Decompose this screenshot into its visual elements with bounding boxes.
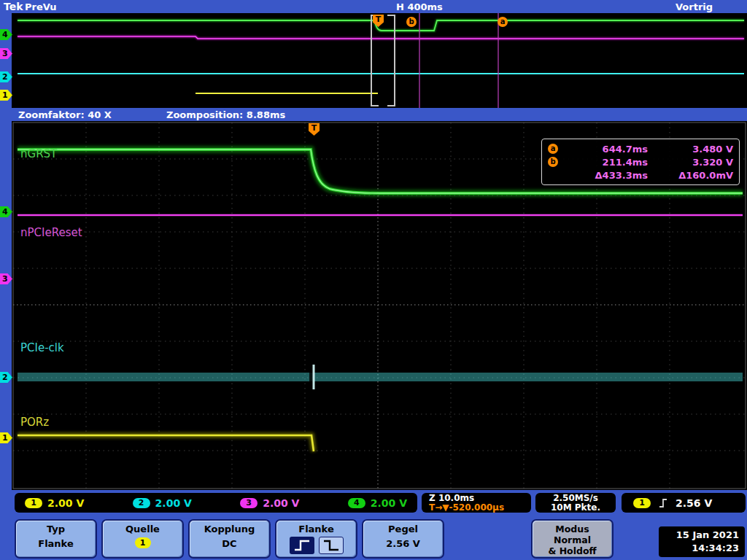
main-channel-3-marker[interactable]: 3 [0, 273, 12, 284]
menu-quelle-channel-badge: 1 [135, 537, 151, 548]
ch1-trace-glow [18, 435, 314, 451]
channel-3-scale: 2.00 V [263, 497, 299, 509]
channel-1-status[interactable]: 1 2.00 V [25, 497, 84, 509]
menu-flanke-title: Flanke [276, 524, 356, 534]
overview-channel-1-marker[interactable]: 1 [0, 90, 12, 101]
cursor-b-row: b 211.4ms 3.320 V [548, 155, 733, 168]
trace-label-pcie-clk: PCIe-clk [20, 341, 64, 354]
channel-4-scale: 2.00 V [371, 497, 407, 509]
channel-2-badge[interactable]: 2 [133, 498, 150, 508]
cursor-b-badge: b [548, 157, 558, 167]
horizontal-scale-readout[interactable]: H 400ms [396, 1, 443, 12]
rising-edge-option[interactable] [290, 537, 314, 554]
trigger-source-badge: 1 [633, 498, 651, 508]
cursor-delta-volts: Δ160.0mV [648, 170, 733, 181]
overview-channel-4-marker[interactable]: 4 [0, 29, 12, 40]
cursor-delta-time: Δ433.3ms [562, 170, 648, 181]
edge-slope-options [276, 537, 356, 554]
menu-button-quelle[interactable]: Quelle 1 [101, 519, 184, 559]
acquisition-status: PreVu [25, 1, 57, 12]
menu-kopplung-value: DC [190, 538, 269, 549]
overview-display [12, 13, 747, 108]
main-channel-4-marker[interactable]: 4 [0, 206, 12, 217]
cursor-b-volts: 3.320 V [648, 157, 733, 168]
channel-2-scale: 2.00 V [155, 497, 192, 509]
zoom-position-readout: Zoomposition: 8.88ms [166, 109, 285, 120]
falling-edge-option[interactable] [319, 537, 344, 554]
menu-button-kopplung[interactable]: Kopplung DC [188, 519, 271, 559]
header-bar: Tek PreVu H 400ms Vortrig [0, 0, 747, 13]
acquisition-box[interactable]: 2.50MS/s 10M Pkte. [535, 493, 616, 513]
record-length-readout: 10M Pkte. [535, 503, 616, 513]
trace-label-porz: PORz [20, 416, 49, 429]
cursor-b-time: 211.4ms [562, 157, 648, 168]
modus-line-3: & Holdoff [533, 545, 612, 556]
overview-cursor-b-badge[interactable]: b [406, 17, 417, 27]
trigger-status-readout: Vortrig [676, 1, 713, 12]
time-readout: 14:34:23 [659, 542, 739, 555]
cursor-delta-row: Δ433.3ms Δ160.0mV [548, 168, 733, 182]
rising-edge-icon [293, 538, 311, 553]
menu-kopplung-title: Kopplung [190, 524, 269, 534]
menu-typ-value: Flanke [16, 538, 96, 549]
cursor-a-row: a 644.7ms 3.480 V [548, 142, 733, 155]
tek-logo: Tek [4, 1, 23, 12]
channel-scale-bar: 1 2.00 V 2 2.00 V 3 2.00 V 4 2.00 V [15, 493, 417, 513]
menu-pegel-value: 2.56 V [363, 538, 443, 549]
overview-waveforms [12, 13, 747, 108]
trigger-position-readout: T→▼-520.000µs [429, 503, 531, 512]
zoom-info-bar: Zoomfaktor: 40 X Zoomposition: 8.88ms [0, 108, 747, 121]
trigger-level-readout: 2.56 V [676, 497, 712, 509]
oscilloscope-screen: Tek PreVu H 400ms Vortrig [0, 0, 747, 560]
channel-1-badge[interactable]: 1 [25, 498, 42, 508]
channel-4-badge[interactable]: 4 [348, 498, 365, 508]
trace-label-npciereset: nPCIeReset [20, 226, 82, 239]
menu-pegel-title: Pegel [363, 524, 443, 534]
falling-edge-icon [322, 538, 341, 553]
menu-quelle-title: Quelle [103, 524, 182, 534]
menu-button-flanke[interactable]: Flanke [275, 519, 357, 559]
modus-line-2: Normal [533, 534, 612, 545]
zoom-timebase-box[interactable]: Z 10.0ms T→▼-520.000µs [422, 493, 531, 513]
channel-1-scale: 2.00 V [47, 497, 84, 509]
menu-button-modus[interactable]: Modus Normal & Holdoff [531, 519, 614, 559]
cursor-a-volts: 3.480 V [648, 144, 733, 155]
channel-3-badge[interactable]: 3 [240, 498, 258, 508]
overview-cursor-a-badge[interactable]: a [498, 17, 508, 27]
main-channel-1-marker[interactable]: 1 [0, 432, 12, 443]
cursor-readout-box: a 644.7ms 3.480 V b 211.4ms 3.320 V Δ433… [541, 139, 740, 185]
main-channel-2-marker[interactable]: 2 [0, 372, 12, 383]
modus-line-1: Modus [533, 524, 612, 534]
channel-2-status[interactable]: 2 2.00 V [133, 497, 192, 509]
date-readout: 15 Jan 2021 [659, 529, 739, 542]
overview-channel-2-marker[interactable]: 2 [0, 71, 12, 82]
cursor-a-badge: a [548, 144, 558, 154]
datetime-box: 15 Jan 2021 14:34:23 [659, 526, 745, 557]
menu-button-pegel[interactable]: Pegel 2.56 V [362, 519, 444, 559]
overview-channel-3-marker[interactable]: 3 [0, 48, 12, 59]
rising-edge-icon [658, 497, 668, 510]
trigger-status-box[interactable]: 1 2.56 V [622, 493, 746, 513]
channel-4-status[interactable]: 4 2.00 V [348, 497, 407, 509]
trace-label-ngrst: nGRST [20, 147, 57, 160]
cursor-a-time: 644.7ms [562, 144, 648, 155]
zoom-factor-readout: Zoomfaktor: 40 X [18, 109, 112, 120]
menu-typ-title: Typ [16, 524, 96, 534]
menu-button-typ[interactable]: Typ Flanke [15, 519, 97, 559]
channel-3-status[interactable]: 3 2.00 V [240, 497, 299, 509]
